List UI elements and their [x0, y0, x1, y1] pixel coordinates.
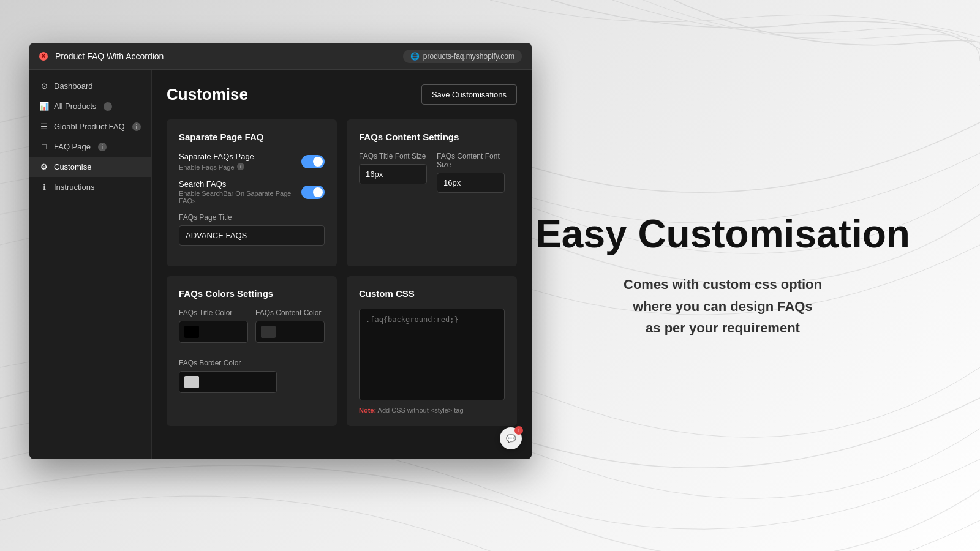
- title-bar: × Product FAQ With Accordion 🌐 products-…: [29, 43, 532, 70]
- border-color-label: FAQs Border Color: [179, 359, 325, 367]
- content-font-size-label: FAQs Content Font Size: [437, 152, 505, 169]
- enable-faqs-toggle[interactable]: [301, 155, 325, 168]
- separate-page-faq-card: Saparate Page FAQ Saparate FAQs Page Ena…: [167, 119, 337, 266]
- title-color-group: FAQs Title Color: [179, 309, 248, 343]
- chat-badge: 1: [514, 426, 523, 435]
- save-customisations-button[interactable]: Save Customisations: [421, 84, 517, 105]
- content-color-swatch: [261, 326, 276, 338]
- info-icon: ℹ: [39, 182, 49, 192]
- close-button[interactable]: ×: [39, 52, 48, 61]
- faqs-page-title-label: FAQs Page Title: [179, 213, 325, 222]
- content-color-group: FAQs Content Color: [255, 309, 325, 343]
- dashboard-icon: ⊙: [39, 81, 49, 91]
- right-heading: Easy Customisation: [535, 212, 910, 255]
- sidebar-item-global-faq[interactable]: ☰ Gloabl Product FAQ i: [29, 116, 151, 137]
- page-header: Customise Save Customisations: [167, 84, 517, 105]
- enable-faqs-sub-label: Enable Faqs Page: [179, 163, 235, 171]
- border-color-group: FAQs Border Color: [179, 359, 325, 393]
- note-label: Note:: [359, 407, 376, 414]
- cards-row-1: Saparate Page FAQ Saparate FAQs Page Ena…: [167, 119, 517, 266]
- color-grid: FAQs Title Color FAQs Content Color: [179, 309, 325, 351]
- url-bar: 🌐 products-faq.myshopify.com: [403, 50, 522, 63]
- search-faqs-main-label: Search FAQs: [179, 179, 301, 189]
- title-font-size-group: FAQs Title Font Size: [359, 152, 427, 193]
- sidebar-item-all-products[interactable]: 📊 All Products i: [29, 96, 151, 116]
- app-body: ⊙ Dashboard 📊 All Products i ☰ Gloabl Pr…: [29, 70, 532, 459]
- content-color-input[interactable]: [255, 321, 325, 343]
- enable-faqs-page-row: Saparate FAQs Page Enable Faqs Page i: [179, 152, 325, 171]
- app-window: × Product FAQ With Accordion 🌐 products-…: [29, 43, 532, 459]
- right-subtext: Comes with custom css optionwhere you ca…: [624, 274, 822, 339]
- title-font-size-label: FAQs Title Font Size: [359, 152, 427, 160]
- sidebar-item-customise[interactable]: ⚙ Customise: [29, 157, 151, 177]
- sidebar-item-faq-page[interactable]: □ FAQ Page i: [29, 137, 151, 157]
- title-color-input[interactable]: [179, 321, 248, 343]
- info-badge-2: i: [132, 122, 141, 131]
- page-icon: □: [39, 142, 49, 151]
- title-color-swatch: [184, 326, 199, 338]
- chart-icon: 📊: [39, 102, 49, 111]
- info-badge: i: [104, 102, 112, 111]
- window-title: Product FAQ With Accordion: [55, 51, 403, 61]
- chat-button[interactable]: 💬 1: [500, 427, 522, 449]
- css-note: Note: Add CSS without <style> tag: [359, 407, 505, 414]
- faqs-colors-settings-card: FAQs Colors Settings FAQs Title Color FA…: [167, 276, 337, 426]
- search-faqs-sub-label: Enable SearchBar On Saparate Page FAQs: [179, 190, 301, 204]
- gear-icon: ⚙: [39, 162, 49, 171]
- note-text: Add CSS without <style> tag: [378, 407, 464, 414]
- chat-icon: 💬: [506, 434, 516, 443]
- title-color-label: FAQs Title Color: [179, 309, 248, 317]
- enable-faqs-main-label: Saparate FAQs Page: [179, 152, 254, 161]
- search-faqs-row: Search FAQs Enable SearchBar On Saparate…: [179, 179, 325, 204]
- page-title: Customise: [167, 85, 248, 104]
- faqs-colors-title: FAQs Colors Settings: [179, 288, 325, 299]
- border-color-input[interactable]: [179, 371, 277, 393]
- right-content: Easy Customisation Comes with custom css…: [527, 0, 919, 551]
- custom-css-textarea[interactable]: [359, 309, 505, 400]
- custom-css-title: Custom CSS: [359, 288, 505, 299]
- list-icon: ☰: [39, 122, 49, 131]
- search-faqs-toggle[interactable]: [301, 186, 325, 199]
- cards-row-2: FAQs Colors Settings FAQs Title Color FA…: [167, 276, 517, 426]
- faqs-page-title-input[interactable]: [179, 225, 325, 246]
- sidebar-item-instructions[interactable]: ℹ Instructions: [29, 177, 151, 197]
- content-font-size-input[interactable]: [437, 173, 505, 193]
- border-color-swatch: [184, 376, 199, 388]
- custom-css-card: Custom CSS Note: Add CSS without <style>…: [347, 276, 517, 426]
- enable-faqs-info: i: [237, 163, 244, 170]
- info-badge-3: i: [98, 143, 107, 151]
- faqs-content-settings-title: FAQs Content Settings: [359, 132, 505, 142]
- separate-page-faq-title: Saparate Page FAQ: [179, 132, 325, 142]
- font-size-row: FAQs Title Font Size FAQs Content Font S…: [359, 152, 505, 193]
- main-content: Customise Save Customisations Saparate P…: [152, 70, 532, 459]
- sidebar: ⊙ Dashboard 📊 All Products i ☰ Gloabl Pr…: [29, 70, 152, 459]
- globe-icon: 🌐: [410, 52, 420, 61]
- title-font-size-input[interactable]: [359, 164, 427, 184]
- faqs-content-settings-card: FAQs Content Settings FAQs Title Font Si…: [347, 119, 517, 266]
- content-font-size-group: FAQs Content Font Size: [437, 152, 505, 193]
- sidebar-item-dashboard[interactable]: ⊙ Dashboard: [29, 76, 151, 96]
- content-color-label: FAQs Content Color: [255, 309, 325, 317]
- faqs-page-title-group: FAQs Page Title: [179, 213, 325, 246]
